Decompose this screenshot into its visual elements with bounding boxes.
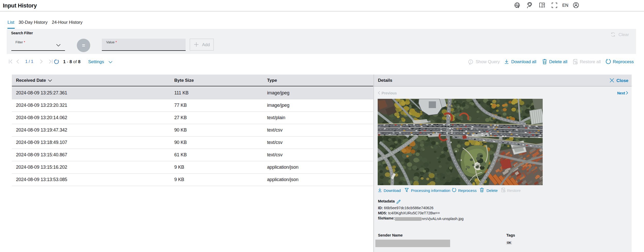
svg-text:?: ?: [542, 3, 544, 7]
